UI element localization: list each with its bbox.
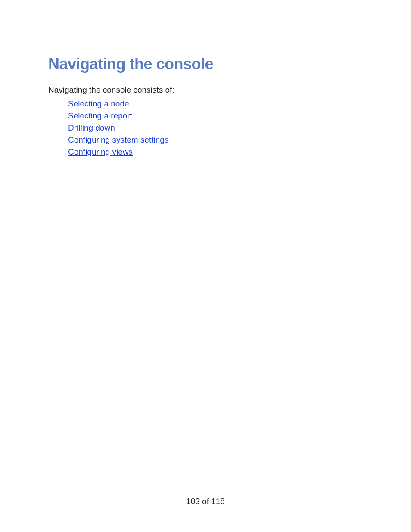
- link-selecting-a-report[interactable]: Selecting a report: [68, 111, 132, 120]
- list-item: Drilling down: [68, 123, 363, 133]
- page-content: Navigating the console Navigating the co…: [0, 0, 411, 157]
- list-item: Selecting a report: [68, 111, 363, 121]
- list-item: Configuring views: [68, 147, 363, 157]
- page-number: 103 of 118: [186, 497, 225, 506]
- link-configuring-system-settings[interactable]: Configuring system settings: [68, 135, 168, 144]
- intro-paragraph: Navigating the console consists of:: [48, 85, 363, 95]
- list-item: Selecting a node: [68, 99, 363, 109]
- link-selecting-a-node[interactable]: Selecting a node: [68, 99, 129, 108]
- link-list: Selecting a node Selecting a report Dril…: [48, 99, 363, 157]
- page-footer: 103 of 118: [0, 497, 411, 506]
- link-drilling-down[interactable]: Drilling down: [68, 123, 115, 132]
- page-heading: Navigating the console: [48, 55, 363, 73]
- list-item: Configuring system settings: [68, 135, 363, 145]
- link-configuring-views[interactable]: Configuring views: [68, 147, 133, 156]
